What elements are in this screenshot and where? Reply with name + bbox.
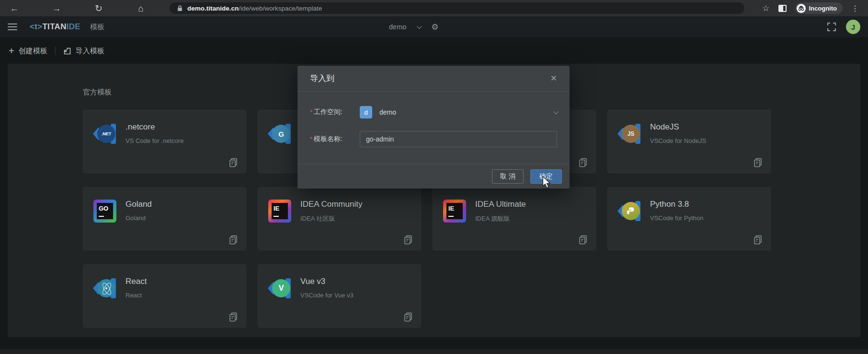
confirm-button[interactable]: 确定: [530, 169, 562, 184]
plus-icon: +: [9, 46, 14, 56]
browser-menu-icon[interactable]: ⋮: [851, 4, 859, 13]
copy-template-icon[interactable]: [229, 158, 238, 167]
page-title: 模板: [90, 23, 104, 32]
card-subtitle: React: [126, 292, 147, 299]
card-subtitle: VSCode for NodeJS: [650, 137, 706, 144]
card-subtitle: VSCode for Python: [650, 214, 703, 222]
card-title: Goland: [126, 200, 152, 209]
card-title: IDEA Community: [300, 200, 362, 209]
template-card-vue[interactable]: V Vue v3 VSCode for Vue v3: [258, 264, 421, 328]
import-icon: [63, 47, 71, 55]
workspace-badge: d: [360, 106, 372, 118]
workspace-switcher[interactable]: demo: [389, 23, 406, 31]
menu-icon[interactable]: [8, 24, 17, 30]
workspace-select[interactable]: d demo: [360, 104, 557, 120]
vscode-vue-icon: V: [268, 276, 292, 300]
workspace-label: 工作空间:: [310, 108, 360, 117]
lock-icon: [177, 5, 183, 12]
template-actions: + 创建模板 导入模板: [0, 37, 868, 64]
chevron-down-icon: [553, 109, 559, 114]
url-path: /ide/web/workspace/template: [239, 5, 322, 12]
address-bar[interactable]: demo.titanide.cn/ide/web/workspace/templ…: [170, 2, 744, 14]
dialog-title: 导入到: [310, 73, 334, 84]
copy-template-icon[interactable]: [754, 158, 763, 167]
gear-icon[interactable]: ⚙: [431, 22, 438, 32]
avatar[interactable]: J: [846, 20, 860, 34]
vscode-dotnet-icon: .NET: [93, 122, 117, 146]
browser-toolbar: ← → ↻ ⌂ demo.titanide.cn/ide/web/workspa…: [0, 0, 868, 16]
url-domain: demo.titanide.cn: [187, 5, 239, 12]
card-subtitle: IDEA 旗舰版: [475, 214, 526, 223]
template-card-python[interactable]: Python 3.8 VSCode for Python: [607, 187, 771, 250]
vscode-python-icon: [617, 199, 641, 223]
card-title: IDEA Ultimate: [475, 200, 526, 209]
titanide-logo[interactable]: <t>TITANIDE: [30, 22, 80, 32]
copy-template-icon[interactable]: [754, 235, 763, 245]
card-title: .netcore: [126, 122, 183, 132]
workspace-value: demo: [379, 108, 396, 116]
incognito-icon: [797, 4, 806, 13]
python-snake-glyph: [626, 206, 636, 216]
idea-icon: IE: [443, 199, 467, 223]
template-card-idea-ultimate[interactable]: IE IDEA Ultimate IDEA 旗舰版: [433, 187, 596, 250]
template-card-react[interactable]: React React: [83, 264, 246, 328]
close-icon[interactable]: ✕: [550, 73, 557, 83]
import-template-button[interactable]: 导入模板: [63, 47, 104, 56]
goland-icon: GO: [93, 199, 117, 223]
idea-icon: IE: [268, 199, 292, 223]
template-name-label: 模板名称:: [310, 135, 360, 143]
import-to-dialog: 导入到 ✕ 工作空间: d demo 模板名称: 取 消 确定: [297, 66, 570, 189]
browser-home-icon[interactable]: ⌂: [135, 4, 147, 13]
template-card-idea-community[interactable]: IE IDEA Community IDEA 社区版: [258, 187, 421, 250]
browser-forward-icon[interactable]: →: [51, 4, 62, 13]
template-name-input[interactable]: [360, 131, 557, 147]
card-title: React: [126, 277, 147, 286]
divider: [55, 47, 56, 55]
section-title: 官方模板: [83, 88, 112, 97]
app-header: <t>TITANIDE 模板 demo ⚙ J: [0, 16, 868, 37]
card-title: NodeJS: [650, 122, 706, 132]
vscode-g-icon: G: [268, 122, 292, 146]
chevron-down-icon[interactable]: [417, 24, 422, 29]
card-title: Python 3.8: [650, 200, 703, 209]
card-subtitle: VSCode for Vue v3: [300, 292, 354, 299]
copy-template-icon[interactable]: [579, 158, 588, 167]
side-panel-icon[interactable]: [778, 5, 787, 12]
vscode-react-icon: [93, 276, 117, 300]
cancel-button[interactable]: 取 消: [492, 169, 524, 184]
copy-template-icon[interactable]: [404, 235, 413, 245]
card-subtitle: Goland: [126, 214, 152, 222]
create-template-button[interactable]: + 创建模板: [9, 46, 47, 56]
create-template-label: 创建模板: [19, 47, 47, 56]
copy-template-icon[interactable]: [229, 312, 238, 322]
react-atom-glyph: [100, 282, 113, 295]
card-title: Vue v3: [300, 277, 354, 286]
browser-back-icon[interactable]: ←: [9, 4, 20, 13]
copy-template-icon[interactable]: [404, 312, 413, 322]
template-card-netcore[interactable]: .NET .netcore VS Code for .netcore: [83, 110, 246, 173]
template-card-nodejs[interactable]: JS NodeJS VSCode for NodeJS: [607, 110, 771, 173]
incognito-badge: Incognito: [795, 2, 843, 14]
import-template-label: 导入模板: [76, 47, 104, 56]
template-card-goland[interactable]: GO Goland Goland: [83, 187, 246, 250]
fullscreen-icon[interactable]: [827, 22, 836, 32]
copy-template-icon[interactable]: [229, 235, 238, 245]
incognito-label: Incognito: [809, 5, 837, 12]
browser-reload-icon[interactable]: ↻: [93, 4, 104, 13]
card-subtitle: VS Code for .netcore: [126, 137, 183, 144]
page-footer: [0, 349, 868, 354]
copy-template-icon[interactable]: [579, 235, 588, 245]
vscode-nodejs-icon: JS: [617, 122, 641, 146]
card-subtitle: IDEA 社区版: [300, 214, 362, 223]
bookmark-star-icon[interactable]: ☆: [762, 3, 769, 13]
